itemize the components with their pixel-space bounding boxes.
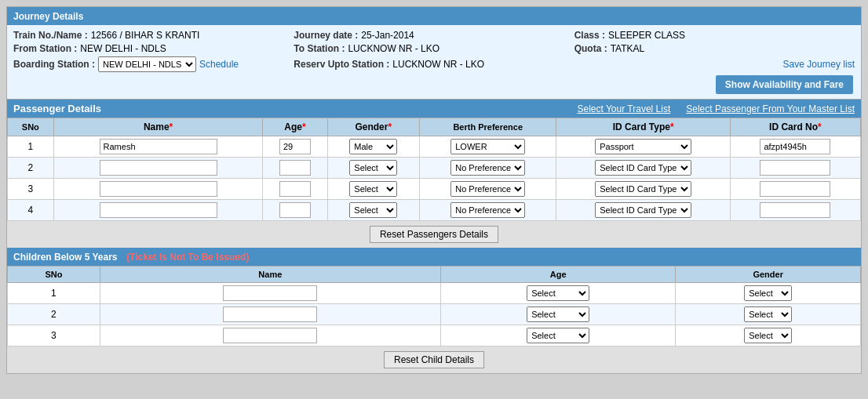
children-header: Children Below 5 Years (Ticket Is Not To…	[7, 248, 861, 266]
reset-passengers-button[interactable]: Reset Passengers Details	[370, 226, 498, 243]
child-name-input-2[interactable]	[223, 307, 317, 322]
passenger-header: Passenger Details Select Your Travel Lis…	[7, 100, 861, 118]
passenger-name-cell-1	[53, 136, 263, 158]
passenger-idtype-select-1[interactable]: Select ID Card TypePassportVoter IDDrivi…	[595, 139, 691, 154]
train-no-label: Train No./Name :	[13, 30, 88, 41]
passenger-name-input-4[interactable]	[100, 202, 217, 218]
save-journey-link[interactable]: Save Journey list	[783, 59, 855, 70]
passenger-idno-input-2[interactable]	[760, 160, 830, 176]
passenger-age-cell-2	[263, 158, 327, 179]
passenger-idtype-select-3[interactable]: Select ID Card TypePassportVoter IDDrivi…	[595, 181, 691, 197]
journey-details-header: Journey Details	[7, 7, 861, 25]
passenger-sno-4: 4	[8, 200, 54, 221]
passenger-gender-select-1[interactable]: SelectMaleFemale	[349, 139, 397, 154]
passenger-name-input-3[interactable]	[100, 181, 217, 197]
from-station-label: From Station :	[13, 43, 77, 54]
child-gender-cell-2: SelectMaleFemale	[676, 304, 861, 325]
select-travel-list-link[interactable]: Select Your Travel List	[578, 103, 671, 114]
child-gender-cell-3: SelectMaleFemale	[676, 325, 861, 346]
passenger-berth-select-2[interactable]: No PreferenceLOWERMIDDLEUPPERSIDE LOWERS…	[450, 160, 525, 176]
child-name-cell-3	[100, 325, 440, 346]
child-age-cell-1: Select1234	[440, 283, 676, 304]
child-sno-1: 1	[8, 283, 100, 304]
passenger-idno-input-3[interactable]	[760, 181, 830, 197]
passenger-idno-input-4[interactable]	[760, 202, 830, 218]
child-name-input-3[interactable]	[223, 328, 317, 343]
child-gender-cell-1: SelectMaleFemale	[676, 283, 861, 304]
class-value: SLEEPER CLASS	[608, 30, 685, 41]
class-label: Class :	[574, 30, 605, 41]
passenger-age-cell-3	[263, 179, 327, 200]
child-sno-3: 3	[8, 325, 100, 346]
reserv-field: Reserv Upto Station : LUCKNOW NR - LKO	[294, 59, 574, 70]
child-age-cell-2: Select1234	[440, 304, 676, 325]
passenger-age-input-1[interactable]	[279, 139, 311, 154]
child-age-select-3[interactable]: Select1234	[527, 328, 589, 343]
passenger-gender-select-4[interactable]: SelectMaleFemale	[349, 202, 397, 218]
to-station-value: LUCKNOW NR - LKO	[348, 43, 439, 54]
show-availability-button[interactable]: Show Availability and Fare	[716, 75, 853, 94]
date-field: Journey date : 25-Jan-2014	[294, 30, 574, 41]
journey-row-3: Boarding Station : NEW DELHI - NDLS Sche…	[13, 56, 855, 72]
child-col-sno: SNo	[8, 267, 100, 283]
schedule-link[interactable]: Schedule	[199, 59, 239, 70]
passenger-idtype-cell-1: Select ID Card TypePassportVoter IDDrivi…	[556, 136, 730, 158]
select-master-list-link[interactable]: Select Passenger From Your Master List	[686, 103, 855, 114]
passenger-gender-select-3[interactable]: SelectMaleFemale	[349, 181, 397, 197]
passenger-section: Passenger Details Select Your Travel Lis…	[7, 100, 861, 248]
passenger-berth-select-3[interactable]: No PreferenceLOWERMIDDLEUPPERSIDE LOWERS…	[450, 181, 525, 197]
passenger-name-input-2[interactable]	[100, 160, 217, 176]
boarding-field: Boarding Station : NEW DELHI - NDLS Sche…	[13, 56, 294, 72]
child-gender-select-1[interactable]: SelectMaleFemale	[744, 285, 792, 301]
child-name-input-1[interactable]	[223, 285, 317, 301]
quota-value: TATKAL	[611, 43, 645, 54]
passenger-idno-cell-4	[730, 200, 860, 221]
passenger-name-input-1[interactable]	[100, 139, 217, 154]
col-id-card-type: ID Card Type*	[556, 118, 730, 136]
journey-title: Journey Details	[13, 11, 83, 22]
passenger-berth-cell-2: No PreferenceLOWERMIDDLEUPPERSIDE LOWERS…	[420, 158, 556, 179]
child-age-select-1[interactable]: Select1234	[527, 285, 589, 301]
to-station-label: To Station :	[294, 43, 345, 54]
passenger-berth-select-4[interactable]: No PreferenceLOWERMIDDLEUPPERSIDE LOWERS…	[450, 202, 525, 218]
passenger-gender-cell-2: SelectMaleFemale	[327, 158, 419, 179]
child-gender-select-2[interactable]: SelectMaleFemale	[744, 307, 792, 322]
passenger-gender-cell-3: SelectMaleFemale	[327, 179, 419, 200]
child-sno-2: 2	[8, 304, 100, 325]
passenger-gender-cell-1: SelectMaleFemale	[327, 136, 419, 158]
journey-row-2: From Station : NEW DELHI - NDLS To Stati…	[13, 43, 855, 54]
passenger-age-input-4[interactable]	[279, 202, 311, 218]
passenger-berth-cell-1: No PreferenceLOWERMIDDLEUPPERSIDE LOWERS…	[420, 136, 556, 158]
journey-details-body: Train No./Name : 12566 / BIHAR S KRANTI …	[7, 25, 861, 100]
passenger-berth-cell-4: No PreferenceLOWERMIDDLEUPPERSIDE LOWERS…	[420, 200, 556, 221]
quota-field: Quota : TATKAL	[574, 43, 855, 54]
col-id-card-no: ID Card No*	[730, 118, 860, 136]
col-gender: Gender*	[327, 118, 419, 136]
children-warning: (Ticket Is Not To Be Issued)	[126, 252, 249, 263]
passenger-berth-select-1[interactable]: No PreferenceLOWERMIDDLEUPPERSIDE LOWERS…	[450, 139, 525, 154]
journey-date-value: 25-Jan-2014	[361, 30, 414, 41]
class-field: Class : SLEEPER CLASS	[574, 30, 855, 41]
boarding-label: Boarding Station :	[13, 59, 95, 70]
child-col-gender: Gender	[676, 267, 861, 283]
passenger-idno-input-1[interactable]	[760, 139, 830, 154]
child-age-select-2[interactable]: Select1234	[527, 307, 589, 322]
boarding-station-select[interactable]: NEW DELHI - NDLS	[98, 56, 196, 72]
passenger-idtype-select-4[interactable]: Select ID Card TypePassportVoter IDDrivi…	[595, 202, 691, 218]
quota-label: Quota :	[574, 43, 607, 54]
passenger-age-cell-1	[263, 136, 327, 158]
passenger-age-input-2[interactable]	[279, 160, 311, 176]
child-col-age: Age	[440, 267, 676, 283]
passenger-gender-select-2[interactable]: SelectMaleFemale	[349, 160, 397, 176]
passenger-idtype-select-2[interactable]: Select ID Card TypePassportVoter IDDrivi…	[595, 160, 691, 176]
children-table: SNo Name Age Gender 1Select1234SelectMal…	[7, 266, 861, 346]
passenger-idno-cell-1	[730, 136, 860, 158]
passenger-age-input-3[interactable]	[279, 181, 311, 197]
passenger-gender-cell-4: SelectMaleFemale	[327, 200, 419, 221]
from-station-value: NEW DELHI - NDLS	[80, 43, 166, 54]
child-name-cell-1	[100, 283, 440, 304]
reset-children-button[interactable]: Reset Child Details	[384, 351, 484, 368]
passenger-table: SNo Name* Age* Gender* Berth Preference …	[7, 118, 861, 221]
child-gender-select-3[interactable]: SelectMaleFemale	[744, 328, 792, 343]
passenger-section-title: Passenger Details	[13, 103, 101, 114]
